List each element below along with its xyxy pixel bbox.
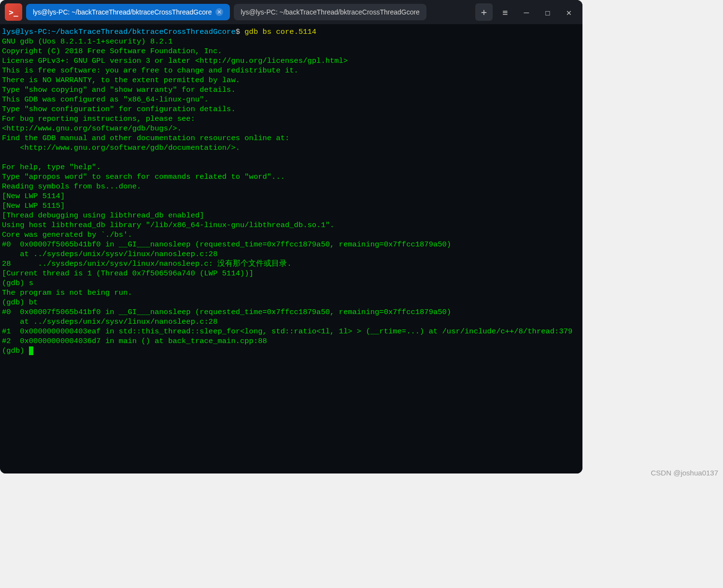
output-line: Copyright (C) 2018 Free Software Foundat… xyxy=(2,47,222,56)
output-line: <http://www.gnu.org/software/gdb/documen… xyxy=(2,143,240,152)
output-line: #1 0x0000000000403eaf in std::this_threa… xyxy=(2,327,572,336)
tab-label: lys@lys-PC: ~/backTraceThread/bktraceCro… xyxy=(33,8,212,16)
output-line: at ../sysdeps/unix/sysv/linux/nanosleep.… xyxy=(2,250,217,258)
output-line: at ../sysdeps/unix/sysv/linux/nanosleep.… xyxy=(2,317,217,326)
prompt-sep: : xyxy=(47,28,51,36)
output-line: Using host libthread_db library "/lib/x8… xyxy=(2,221,334,229)
output-line: #0 0x00007f5065b41bf0 in __GI___nanoslee… xyxy=(2,240,451,249)
menu-button[interactable]: ≡ xyxy=(496,3,514,21)
output-line: Type "show copying" and "show warranty" … xyxy=(2,86,236,94)
gdb-prompt: (gdb) xyxy=(2,346,29,355)
output-line: 28 ../sysdeps/unix/sysv/linux/nanosleep.… xyxy=(2,259,292,268)
output-line: Find the GDB manual and other documentat… xyxy=(2,134,289,143)
output-line: [Current thread is 1 (Thread 0x7f506596a… xyxy=(2,269,254,278)
output-line: Type "apropos word" to search for comman… xyxy=(2,172,285,181)
output-line: [New LWP 5114] xyxy=(2,192,65,201)
output-line: Core was generated by `./bs'. xyxy=(2,230,132,239)
output-line: The program is not being run. xyxy=(2,288,132,297)
command-text: gdb bs core.5114 xyxy=(240,28,316,36)
watermark: CSDN @joshua0137 xyxy=(651,469,718,477)
terminal-output[interactable]: lys@lys-PC:~/backTraceThread/bktraceCros… xyxy=(0,24,582,473)
output-line: [Thread debugging using libthread_db ena… xyxy=(2,211,204,220)
minimize-button[interactable]: — xyxy=(518,3,535,21)
output-line: For help, type "help". xyxy=(2,163,101,172)
cursor xyxy=(29,346,33,355)
output-line: GNU gdb (Uos 8.2.1.1-1+security) 8.2.1 xyxy=(2,37,172,46)
tab-label: lys@lys-PC: ~/backTraceThread/bktraceCro… xyxy=(241,8,419,16)
close-button[interactable]: ✕ xyxy=(560,3,578,21)
prompt-user: lys@lys-PC xyxy=(2,28,47,36)
output-line: For bug reporting instructions, please s… xyxy=(2,115,195,123)
prompt-path: ~/backTraceThread/bktraceCrossThreadGcor… xyxy=(51,28,235,36)
maximize-button[interactable]: ☐ xyxy=(539,3,556,21)
terminal-app-icon: >_ xyxy=(5,3,22,21)
output-line: #0 0x00007f5065b41bf0 in __GI___nanoslee… xyxy=(2,308,451,316)
output-line: #2 0x00000000004036d7 in main () at back… xyxy=(2,337,267,345)
output-line: <http://www.gnu.org/software/gdb/bugs/>. xyxy=(2,124,182,133)
output-line: (gdb) s xyxy=(2,279,33,287)
tab-inactive[interactable]: lys@lys-PC: ~/backTraceThread/bktraceCro… xyxy=(234,4,426,20)
output-line: [New LWP 5115] xyxy=(2,201,65,210)
terminal-window: >_ lys@lys-PC: ~/backTraceThread/bktrace… xyxy=(0,0,582,473)
output-line: (gdb) bt xyxy=(2,298,38,307)
output-line: This GDB was configured as "x86_64-linux… xyxy=(2,95,209,104)
output-line: License GPLv3+: GNU GPL version 3 or lat… xyxy=(2,57,348,65)
tab-active[interactable]: lys@lys-PC: ~/backTraceThread/bktraceCro… xyxy=(26,4,230,20)
output-line: Reading symbols from bs...done. xyxy=(2,182,141,191)
prompt-dollar: $ xyxy=(236,28,240,36)
output-line: There is NO WARRANTY, to the extent perm… xyxy=(2,76,240,85)
titlebar: >_ lys@lys-PC: ~/backTraceThread/bktrace… xyxy=(0,0,582,24)
output-line: This is free software: you are free to c… xyxy=(2,66,298,75)
output-line: Type "show configuration" for configurat… xyxy=(2,105,236,114)
new-tab-button[interactable]: + xyxy=(475,3,493,21)
tab-close-icon[interactable]: ✕ xyxy=(215,8,223,16)
